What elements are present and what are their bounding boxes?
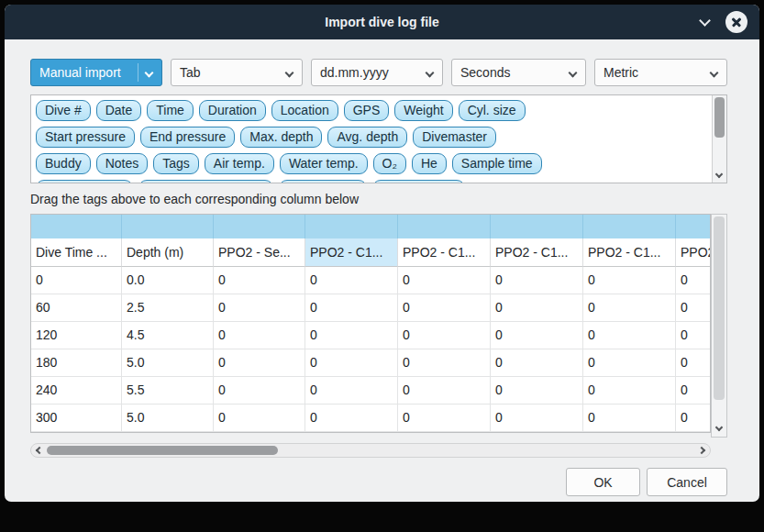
drop-target-cell[interactable] — [676, 215, 711, 238]
drag-tag[interactable]: Dive # — [36, 100, 91, 121]
chevron-down-icon[interactable] — [715, 171, 723, 178]
import-dive-log-dialog: Import dive log file Manual import Tab d… — [5, 5, 759, 502]
chevron-down-icon[interactable] — [715, 424, 723, 431]
drag-tag[interactable]: Sample CNS — [372, 180, 465, 183]
field-separator-select[interactable]: Tab — [171, 59, 303, 86]
table-cell: 0 — [398, 322, 491, 349]
drag-tag[interactable]: Buddy — [36, 153, 91, 174]
scrollbar-thumb[interactable] — [714, 97, 725, 138]
drop-target-cell[interactable] — [305, 215, 398, 238]
chevron-left-icon[interactable] — [36, 447, 43, 454]
table-cell: 0 — [583, 377, 676, 405]
table-vertical-scrollbar[interactable] — [711, 214, 727, 438]
column-header[interactable]: PPO2 - C1... — [305, 238, 398, 267]
chevron-down-icon — [710, 69, 719, 78]
drag-tag[interactable]: Avg. depth — [327, 127, 407, 148]
drag-tag[interactable]: Notes — [96, 153, 149, 174]
table-cell: 0 — [583, 294, 676, 322]
table-cell: 0 — [676, 322, 711, 349]
table-horizontal-scrollbar[interactable] — [30, 443, 711, 458]
drag-tag[interactable]: Weight — [394, 100, 452, 121]
units-select[interactable]: Metric — [594, 59, 727, 86]
drag-tag[interactable]: Sample time — [452, 153, 542, 174]
drag-tag[interactable]: Date — [96, 100, 142, 121]
chevron-right-icon[interactable] — [698, 447, 705, 454]
table-cell: 0 — [305, 267, 398, 294]
table-cell: 0 — [305, 349, 398, 377]
table-cell: 0 — [305, 377, 398, 405]
drag-tag[interactable]: He — [412, 153, 447, 174]
table-cell: 300 — [31, 405, 122, 432]
tags-scrollbar[interactable] — [712, 95, 726, 183]
column-header[interactable]: PPO2 - C1... — [398, 238, 491, 267]
column-header[interactable]: PPO2 - C1... — [583, 238, 676, 267]
tag-row: Start pressureEnd pressureMax. depthAvg.… — [36, 127, 711, 148]
table-cell: 5.5 — [122, 377, 214, 405]
ok-button[interactable]: OK — [566, 468, 640, 496]
drop-target-cell[interactable] — [214, 215, 305, 238]
table-cell: 0 — [305, 405, 398, 432]
table-cell: 240 — [31, 377, 122, 405]
table-cell: 120 — [31, 322, 122, 349]
drop-target-cell[interactable] — [31, 215, 122, 238]
table-cell: 0 — [214, 377, 305, 405]
table-cell: 0 — [398, 294, 491, 322]
drag-tag[interactable]: Sample temperature — [138, 180, 273, 183]
drag-tag[interactable]: O₂ — [373, 153, 406, 174]
drop-target-cell[interactable] — [122, 215, 214, 238]
drag-tag[interactable]: Cyl. size — [459, 100, 526, 121]
drag-tag[interactable]: Start pressure — [36, 127, 135, 148]
column-header[interactable]: PPO2 - C1... — [676, 238, 711, 267]
tag-row: Dive #DateTimeDurationLocationGPSWeightC… — [36, 100, 711, 121]
column-header[interactable]: Depth (m) — [122, 238, 214, 267]
duration-format-value: Seconds — [460, 65, 510, 80]
column-header[interactable]: PPO2 - Se... — [214, 238, 305, 267]
drag-tag[interactable]: Water temp. — [280, 153, 368, 174]
cancel-button[interactable]: Cancel — [647, 468, 727, 496]
chevron-down-icon[interactable] — [699, 16, 712, 28]
table-row: 2405.5000000 — [31, 377, 711, 405]
column-header[interactable]: Dive Time ... — [31, 238, 122, 267]
drag-tag[interactable]: Air temp. — [205, 153, 274, 174]
table-cell: 0 — [676, 405, 711, 432]
drag-tag[interactable]: Sample pO₂ — [279, 180, 366, 183]
table-row: 3005.0000000 — [31, 405, 711, 432]
drag-tag[interactable]: Tags — [153, 153, 199, 174]
duration-format-select[interactable]: Seconds — [451, 59, 586, 86]
close-button[interactable] — [725, 11, 747, 33]
table-cell: 0 — [398, 267, 491, 294]
import-mode-select[interactable]: Manual import — [30, 59, 162, 86]
units-value: Metric — [603, 65, 638, 80]
drag-tag[interactable]: Sample depth — [36, 180, 133, 183]
titlebar[interactable]: Import dive log file — [5, 5, 759, 39]
date-format-value: dd.mm.yyyy — [320, 65, 389, 80]
scrollbar-thumb[interactable] — [714, 216, 725, 400]
table-cell: 0 — [491, 405, 583, 432]
date-format-select[interactable]: dd.mm.yyyy — [311, 59, 443, 86]
import-options-row: Manual import Tab dd.mm.yyyy Seconds Met… — [30, 59, 727, 86]
drag-tag[interactable]: Divemaster — [413, 127, 496, 148]
drag-tag[interactable]: Time — [147, 100, 194, 121]
drop-target-cell[interactable] — [398, 215, 491, 238]
table-cell: 4.5 — [122, 322, 214, 349]
field-separator-value: Tab — [180, 65, 201, 80]
table-cell: 0 — [676, 377, 711, 405]
drag-tag[interactable]: GPS — [344, 100, 390, 121]
drag-tag[interactable]: Max. depth — [240, 127, 322, 148]
import-mode-value: Manual import — [39, 65, 121, 80]
drag-tag[interactable]: Duration — [199, 100, 266, 121]
table-cell: 5.0 — [122, 405, 214, 432]
drop-target-cell[interactable] — [583, 215, 676, 238]
table-cell: 0 — [583, 267, 676, 294]
table-cell: 0 — [214, 405, 305, 432]
desktop-background: Import dive log file Manual import Tab d… — [0, 0, 764, 532]
drop-target-cell[interactable] — [491, 215, 583, 238]
table-cell: 2.5 — [122, 294, 214, 322]
column-header[interactable]: PPO2 - C1... — [491, 238, 583, 267]
scrollbar-thumb[interactable] — [47, 446, 278, 455]
drag-tag[interactable]: End pressure — [140, 127, 235, 148]
table-header-row: Dive Time ...Depth (m)PPO2 - Se...PPO2 -… — [31, 238, 711, 267]
drag-tag[interactable]: Location — [271, 100, 338, 121]
tags-panel: Dive #DateTimeDurationLocationGPSWeightC… — [30, 94, 727, 183]
table-cell: 0 — [398, 377, 491, 405]
